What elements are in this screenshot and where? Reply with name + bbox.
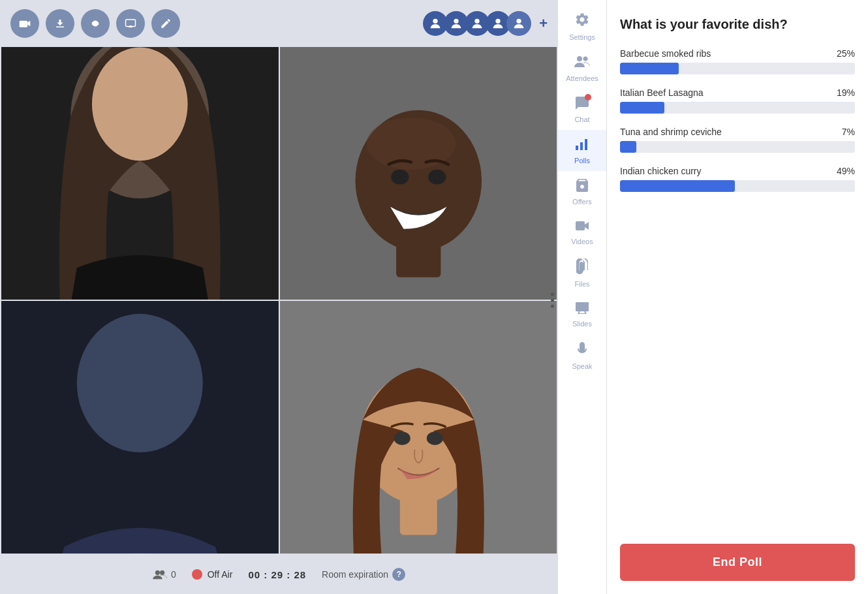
svg-rect-8	[130, 25, 132, 27]
svg-point-17	[92, 48, 188, 161]
attendees-count: 0	[153, 569, 176, 580]
poll-option-1-name: Barbecue smoked ribs	[620, 48, 711, 59]
svg-rect-39	[576, 146, 578, 150]
poll-bar-bg-3	[620, 141, 855, 153]
slides-label: Slides	[572, 320, 592, 328]
avatar-5	[506, 11, 531, 36]
svg-rect-41	[585, 139, 587, 150]
poll-option-1: Barbecue smoked ribs 25%	[620, 48, 855, 74]
settings-icon	[574, 12, 590, 31]
toolbar: +	[0, 0, 558, 47]
sidebar-item-attendees[interactable]: Attendees	[558, 48, 606, 89]
svg-rect-6	[126, 20, 136, 27]
speak-icon	[575, 341, 589, 360]
svg-point-35	[155, 571, 160, 575]
attendees-icon	[574, 54, 591, 72]
offers-icon	[574, 178, 590, 196]
svg-point-13	[516, 19, 521, 23]
off-air-label: Off Air	[208, 569, 233, 580]
svg-rect-5	[98, 22, 99, 25]
svg-point-28	[77, 314, 203, 452]
poll-option-2-pct: 19%	[837, 87, 855, 98]
svg-point-12	[495, 19, 500, 23]
files-label: Files	[574, 280, 589, 288]
video-grid	[1, 47, 557, 554]
sidebar: Settings Attendees Chat Polls Offers V	[558, 0, 607, 594]
sidebar-item-polls[interactable]: Polls	[558, 130, 606, 171]
toolbar-right: +	[423, 11, 548, 36]
sidebar-item-slides[interactable]: Slides	[558, 294, 606, 334]
poll-bar-fill-2	[620, 102, 664, 114]
poll-option-2: Italian Beef Lasagna 19%	[620, 87, 855, 114]
sidebar-item-videos[interactable]: Videos	[558, 212, 606, 252]
svg-point-9	[433, 19, 437, 23]
camera-button[interactable]	[10, 9, 39, 38]
svg-point-34	[426, 431, 442, 445]
svg-point-10	[454, 19, 458, 23]
videos-label: Videos	[571, 238, 593, 245]
bottom-bar: 0 Off Air 00 : 29 : 28 Room expiration ?	[0, 555, 558, 594]
offers-label: Offers	[572, 198, 592, 206]
polls-panel: What is your favorite dish? Barbecue smo…	[607, 0, 868, 594]
poll-option-4-pct: 49%	[837, 166, 855, 176]
attendee-avatars	[423, 11, 531, 36]
svg-point-36	[160, 571, 164, 575]
screen-share-button[interactable]	[116, 9, 145, 38]
help-icon[interactable]: ?	[392, 568, 405, 581]
poll-bar-bg-2	[620, 102, 855, 114]
add-attendee-button[interactable]: +	[539, 15, 548, 32]
video-cell-3	[1, 301, 279, 554]
poll-option-3: Tuna and shrimp ceviche 7%	[620, 127, 855, 153]
svg-point-11	[474, 19, 479, 23]
svg-point-25	[428, 170, 446, 185]
attendees-label: Attendees	[566, 74, 598, 82]
edit-button[interactable]	[151, 9, 180, 38]
poll-bar-bg-4	[620, 180, 855, 192]
sidebar-item-speak[interactable]: Speak	[558, 334, 606, 377]
chat-label: Chat	[574, 116, 589, 123]
poll-bar-fill-1	[620, 63, 679, 74]
chat-notification-dot	[585, 94, 591, 101]
svg-point-33	[394, 431, 410, 445]
sidebar-item-files[interactable]: Files	[558, 252, 606, 294]
sidebar-item-chat[interactable]: Chat	[558, 89, 606, 130]
svg-marker-43	[585, 222, 589, 230]
svg-point-24	[391, 170, 409, 185]
poll-option-4: Indian chicken curry 49%	[620, 166, 855, 192]
svg-rect-4	[92, 22, 93, 25]
attendee-count-value: 0	[171, 569, 176, 580]
toolbar-left	[10, 9, 180, 38]
poll-option-2-name: Italian Beef Lasagna	[620, 87, 704, 98]
poll-bar-fill-4	[620, 180, 735, 192]
poll-title: What is your favorite dish?	[620, 16, 855, 33]
svg-point-38	[583, 57, 588, 61]
files-icon	[576, 258, 588, 278]
svg-point-3	[93, 21, 99, 27]
end-poll-button[interactable]: End Poll	[620, 544, 855, 581]
video-cell-1	[1, 47, 279, 300]
settings-label: Settings	[569, 33, 595, 41]
poll-option-3-name: Tuna and shrimp ceviche	[620, 127, 722, 137]
video-panel: +	[0, 0, 558, 594]
timer: 00 : 29 : 28	[248, 569, 306, 580]
more-options-button[interactable]	[551, 293, 554, 308]
slides-icon	[574, 301, 590, 318]
poll-bar-fill-3	[620, 141, 636, 153]
record-button[interactable]	[81, 9, 110, 38]
download-button[interactable]	[46, 9, 74, 38]
poll-bar-bg-1	[620, 63, 855, 74]
polls-label: Polls	[574, 157, 590, 164]
speak-label: Speak	[572, 362, 592, 370]
svg-marker-1	[27, 21, 30, 26]
room-expiration: Room expiration ?	[322, 568, 405, 581]
svg-point-37	[577, 56, 582, 61]
video-cell-4	[280, 301, 557, 554]
poll-option-3-pct: 7%	[842, 127, 855, 137]
poll-option-4-name: Indian chicken curry	[620, 166, 702, 176]
svg-rect-0	[20, 21, 28, 27]
svg-rect-42	[576, 221, 585, 230]
sidebar-item-offers[interactable]: Offers	[558, 171, 606, 212]
sidebar-item-settings[interactable]: Settings	[558, 5, 606, 48]
off-air-indicator: Off Air	[192, 569, 233, 580]
polls-icon	[574, 136, 590, 155]
